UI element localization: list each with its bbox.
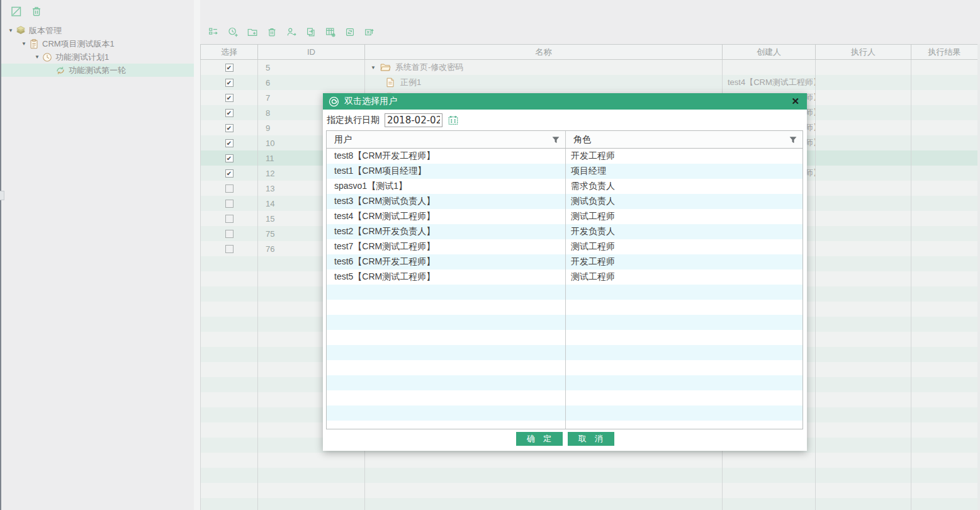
user-cell[interactable]: test2【CRM开发负责人】: [327, 224, 566, 239]
cancel-button[interactable]: 取 消: [568, 432, 614, 446]
splitter-collapse-handle[interactable]: [0, 191, 4, 200]
col-header-user[interactable]: 用户: [327, 131, 566, 148]
tree-item-1[interactable]: ▼CRM项目测试版本1: [1, 37, 194, 50]
tree-item-0[interactable]: ▼版本管理: [1, 24, 194, 37]
row-checkbox[interactable]: [225, 230, 234, 238]
delete-icon[interactable]: [30, 5, 43, 18]
row-checkbox[interactable]: [225, 245, 234, 253]
user-cell[interactable]: test1【CRM项目经理】: [327, 164, 566, 179]
role-cell[interactable]: 测试负责人: [566, 194, 803, 209]
row-checkbox[interactable]: ✔: [225, 169, 234, 178]
role-cell[interactable]: 测试工程师: [566, 269, 803, 285]
panel-splitter[interactable]: [0, 0, 1, 510]
row-checkbox[interactable]: ✔: [225, 64, 234, 72]
role-cell[interactable]: 开发工程师: [566, 254, 803, 269]
role-cell[interactable]: [566, 315, 803, 330]
role-cell[interactable]: 测试工程师: [566, 239, 803, 254]
user-cell[interactable]: test5【CRM测试工程师】: [327, 269, 566, 285]
row-checkbox[interactable]: ✔: [225, 139, 234, 147]
role-cell[interactable]: [566, 390, 803, 405]
user-row[interactable]: test3【CRM测试负责人】测试负责人: [327, 194, 803, 209]
role-cell[interactable]: [566, 421, 803, 429]
row-checkbox[interactable]: [225, 215, 234, 223]
delete-icon[interactable]: [266, 26, 278, 38]
user-cell[interactable]: [327, 360, 566, 375]
user-cell[interactable]: [327, 375, 566, 390]
col-header-creator[interactable]: 创建人: [723, 45, 816, 59]
role-cell[interactable]: 项目经理: [566, 164, 803, 179]
row-checkbox[interactable]: ✔: [225, 154, 234, 162]
row-checkbox[interactable]: ✔: [225, 124, 234, 132]
filter-funnel-icon[interactable]: [789, 135, 797, 144]
row-checkbox[interactable]: ✔: [225, 79, 234, 87]
user-row[interactable]: test2【CRM开发负责人】开发负责人: [327, 224, 803, 239]
table-row[interactable]: ✔5▼系统首页-修改密码: [201, 60, 977, 75]
ok-button[interactable]: 确 定: [516, 432, 563, 446]
role-cell[interactable]: [566, 300, 803, 315]
role-cell[interactable]: [566, 330, 803, 345]
role-cell[interactable]: 测试工程师: [566, 209, 803, 224]
col-header-result[interactable]: 执行结果: [911, 45, 978, 59]
user-row[interactable]: test8【CRM开发工程师】开发工程师: [327, 149, 803, 164]
add-folder-icon[interactable]: [247, 26, 258, 38]
col-header-executor[interactable]: 执行人: [816, 45, 911, 59]
calendar-icon[interactable]: [448, 115, 459, 126]
tree-item-2[interactable]: ▼功能测试计划1: [1, 50, 194, 64]
dialog-title-bar[interactable]: 双击选择用户: [323, 93, 807, 110]
row-checkbox[interactable]: [225, 200, 234, 208]
tree-item-3[interactable]: 功能测试第一轮: [1, 64, 194, 77]
user-cell[interactable]: [327, 300, 566, 315]
assign-user-icon[interactable]: [286, 26, 297, 38]
row-checkbox[interactable]: [225, 184, 234, 193]
name-cell[interactable]: 正例1: [365, 75, 723, 90]
add-round-icon[interactable]: [227, 26, 239, 38]
execution-date-input[interactable]: [385, 113, 442, 127]
user-cell[interactable]: [327, 315, 566, 330]
user-row[interactable]: spasvo1【测试1】需求负责人: [327, 179, 803, 194]
row-checkbox[interactable]: ✔: [225, 94, 234, 102]
user-row[interactable]: test7【CRM测试工程师】测试工程师: [327, 239, 803, 254]
col-header-select[interactable]: 选择: [201, 45, 258, 59]
user-row[interactable]: test6【CRM开发工程师】开发工程师: [327, 254, 803, 269]
role-cell[interactable]: [566, 375, 803, 390]
col-header-name[interactable]: 名称: [365, 45, 723, 59]
user-cell[interactable]: [327, 405, 566, 421]
user-cell[interactable]: test7【CRM测试工程师】: [327, 239, 566, 254]
table-row[interactable]: ✔6正例1test4【CRM测试工程师】: [201, 75, 977, 90]
user-cell[interactable]: test4【CRM测试工程师】: [327, 209, 566, 224]
col-header-role[interactable]: 角色: [566, 131, 803, 148]
role-cell[interactable]: 开发工程师: [566, 149, 803, 164]
row-checkbox[interactable]: ✔: [225, 109, 234, 117]
user-cell[interactable]: [327, 330, 566, 345]
user-cell[interactable]: test6【CRM开发工程师】: [327, 254, 566, 269]
expander-arrow-icon[interactable]: ▼: [369, 65, 378, 71]
user-cell[interactable]: test8【CRM开发工程师】: [327, 149, 566, 164]
expander-arrow-icon[interactable]: ▼: [33, 54, 42, 60]
user-cell[interactable]: test3【CRM测试负责人】: [327, 194, 566, 209]
table-settings-icon[interactable]: [325, 26, 336, 38]
role-cell[interactable]: 需求负责人: [566, 179, 803, 194]
user-cell[interactable]: [327, 285, 566, 300]
col-header-id[interactable]: ID: [258, 45, 365, 59]
close-icon[interactable]: ✕: [791, 95, 799, 108]
role-cell[interactable]: [566, 285, 803, 300]
reset-box-icon[interactable]: [344, 26, 356, 38]
expander-arrow-icon[interactable]: ▼: [20, 41, 28, 47]
role-cell[interactable]: 开发负责人: [566, 224, 803, 239]
edit-icon[interactable]: [10, 5, 23, 18]
batch-operations-icon[interactable]: [208, 26, 219, 38]
user-row[interactable]: test1【CRM项目经理】项目经理: [327, 164, 803, 179]
role-cell[interactable]: [566, 345, 803, 360]
user-cell[interactable]: [327, 421, 566, 429]
copy-move-icon[interactable]: [305, 26, 317, 38]
user-cell[interactable]: [327, 390, 566, 405]
name-cell[interactable]: ▼系统首页-修改密码: [365, 60, 723, 75]
user-cell[interactable]: spasvo1【测试1】: [327, 179, 566, 194]
filter-funnel-icon[interactable]: [551, 135, 560, 144]
user-row[interactable]: test4【CRM测试工程师】测试工程师: [327, 209, 803, 224]
role-cell[interactable]: [566, 405, 803, 421]
export-icon[interactable]: [364, 26, 375, 38]
user-row[interactable]: test5【CRM测试工程师】测试工程师: [327, 269, 803, 285]
user-cell[interactable]: [327, 345, 566, 360]
role-cell[interactable]: [566, 360, 803, 375]
